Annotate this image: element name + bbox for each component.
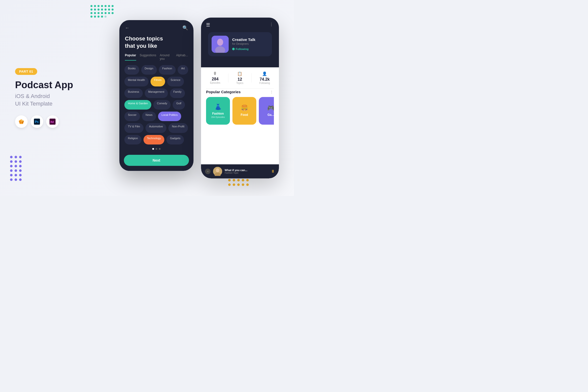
tool-icons: Ps Xd <box>15 115 85 128</box>
categories-section: Popular Categories ⋮ 👗 Fashion 284 Episo… <box>201 89 279 127</box>
tag-news[interactable]: News <box>142 112 156 121</box>
sub-title: iOS & Android UI Kit Template <box>15 92 85 108</box>
now-playing-bar: ✕ What if you can... Fashion Topic ⏸ <box>201 164 279 178</box>
decorative-dots-left <box>10 156 22 181</box>
following-icon: 👤 <box>259 71 270 76</box>
topics-count: 12 <box>236 77 243 82</box>
tag-soccer[interactable]: Soccer <box>124 112 140 121</box>
phones-container: ← 🔍 Choose topics that you like Popular … <box>85 18 279 178</box>
categories-more-icon[interactable]: ⋮ <box>270 90 274 94</box>
np-subtitle: Fashion Topic <box>225 172 268 174</box>
stat-following: 👤 74.2k Following <box>259 71 270 84</box>
tag-fashion[interactable]: Fashion <box>159 65 176 75</box>
topics-icon: 📋 <box>236 71 243 76</box>
tag-design[interactable]: Design <box>141 65 157 75</box>
stats-row: 🎙 284 Episodes 📋 12 Topics 👤 74.2k <box>201 67 279 88</box>
phone-choose-topics: ← 🔍 Choose topics that you like Popular … <box>119 20 193 171</box>
episodes-count: 284 <box>210 77 220 81</box>
tag-science[interactable]: Science <box>167 77 184 86</box>
page-wrapper: PART 01 Podcast App iOS & Android UI Kit… <box>0 0 294 196</box>
tag-non-profit[interactable]: Non-Profit <box>168 123 188 133</box>
photoshop-icon: Ps <box>31 115 43 128</box>
phone-profile: ☰ ⋮ Creat <box>201 18 279 178</box>
fashion-name: Fashion <box>212 112 224 115</box>
svg-point-11 <box>217 39 223 46</box>
next-button[interactable]: Next <box>124 155 189 166</box>
tag-golf[interactable]: Golf <box>173 100 185 110</box>
fashion-episodes: 284 Episodes <box>211 116 225 118</box>
phone1-header: ← 🔍 <box>124 25 189 31</box>
tag-comedy[interactable]: Comedy <box>153 100 171 110</box>
tag-books[interactable]: Books <box>124 65 139 75</box>
avatar <box>212 36 229 53</box>
tags-container: Books Design Fashion Art Mental Health F… <box>124 65 189 144</box>
tag-tv-film[interactable]: TV & Film <box>124 123 143 133</box>
choose-topics-title: Choose topics that you like <box>124 35 189 50</box>
part-badge: PART 01 <box>15 68 37 75</box>
tag-local-politics[interactable]: Local Politics <box>158 112 181 121</box>
following-count: 74.2k <box>259 77 270 82</box>
tag-fitnes[interactable]: Fitnes <box>151 77 165 86</box>
tag-automotive[interactable]: Automotive <box>145 123 166 133</box>
food-icon: 🍔 <box>241 105 248 112</box>
profile-subtitle: for Designers <box>232 42 268 45</box>
tag-art[interactable]: Art <box>178 65 188 75</box>
back-icon[interactable]: ← <box>125 25 129 31</box>
svg-text:Xd: Xd <box>50 120 54 123</box>
following-label: Following <box>259 82 270 84</box>
phone2-top-bg: ☰ ⋮ Creat <box>201 18 279 67</box>
following-badge: Following <box>232 47 249 51</box>
np-avatar <box>213 167 222 176</box>
tag-mental-health[interactable]: Mental Health <box>124 77 149 86</box>
np-pause-icon[interactable]: ⏸ <box>271 169 275 174</box>
tag-home-garden[interactable]: Home & Garden <box>124 100 151 110</box>
category-food[interactable]: 🍔 Food <box>232 97 256 125</box>
categories-title: Popular Categories <box>206 90 241 94</box>
tag-family[interactable]: Family <box>170 88 185 98</box>
topics-tabs: Popular Suggestions Around you Alphab... <box>124 54 189 61</box>
phone2-header: ☰ ⋮ <box>201 18 279 33</box>
hamburger-icon[interactable]: ☰ <box>206 22 210 28</box>
category-fashion[interactable]: 👗 Fashion 284 Episodes <box>206 97 230 125</box>
stat-divider-2 <box>251 73 252 82</box>
categories-header: Popular Categories ⋮ <box>206 90 274 94</box>
svg-point-15 <box>216 168 219 172</box>
np-close-icon[interactable]: ✕ <box>205 169 211 174</box>
page-indicator <box>124 148 189 150</box>
sketch-icon <box>15 115 28 128</box>
category-cards: 👗 Fashion 284 Episodes 🍔 Food 🎮 Ga... <box>206 97 274 125</box>
tag-business[interactable]: Business <box>124 88 143 98</box>
fashion-icon: 👗 <box>214 103 222 110</box>
phone2-body: 🎙 284 Episodes 📋 12 Topics 👤 74.2k <box>201 67 279 178</box>
topics-label: Topics <box>236 82 243 84</box>
episodes-label: Episodes <box>210 81 220 84</box>
tag-religion[interactable]: Religion <box>124 135 141 144</box>
tag-technology[interactable]: Technology <box>143 135 165 144</box>
more-options-icon[interactable]: ⋮ <box>269 22 274 27</box>
stat-divider <box>228 73 228 82</box>
tag-management[interactable]: Management <box>145 88 168 98</box>
tab-popular[interactable]: Popular <box>125 54 136 61</box>
following-dot-icon <box>232 48 235 50</box>
profile-name: Creative Talk <box>232 37 268 42</box>
games-icon: 🎮 <box>267 105 274 112</box>
decorative-dots-top <box>90 5 114 18</box>
search-icon[interactable]: 🔍 <box>182 25 188 31</box>
microphone-icon: 🎙 <box>210 71 220 76</box>
category-games[interactable]: 🎮 Ga... <box>259 97 274 125</box>
profile-info: Creative Talk for Designers Following <box>232 37 268 51</box>
svg-text:Ps: Ps <box>35 120 39 124</box>
games-name: Ga... <box>267 113 274 117</box>
stat-episodes: 🎙 284 Episodes <box>210 71 220 84</box>
tab-around-you[interactable]: Around you <box>160 54 173 61</box>
food-name: Food <box>241 113 248 117</box>
tag-gadgets[interactable]: Gadgets <box>166 135 184 144</box>
left-section: PART 01 Podcast App iOS & Android UI Kit… <box>15 68 85 128</box>
main-title: Podcast App <box>15 80 85 90</box>
tab-suggestions[interactable]: Suggestions <box>140 54 156 61</box>
tab-alpha[interactable]: Alphab... <box>176 54 188 61</box>
np-title: What if you can... <box>225 169 268 172</box>
np-info: What if you can... Fashion Topic <box>225 169 268 174</box>
adobexd-icon: Xd <box>46 115 59 128</box>
stat-topics: 📋 12 Topics <box>236 71 243 84</box>
